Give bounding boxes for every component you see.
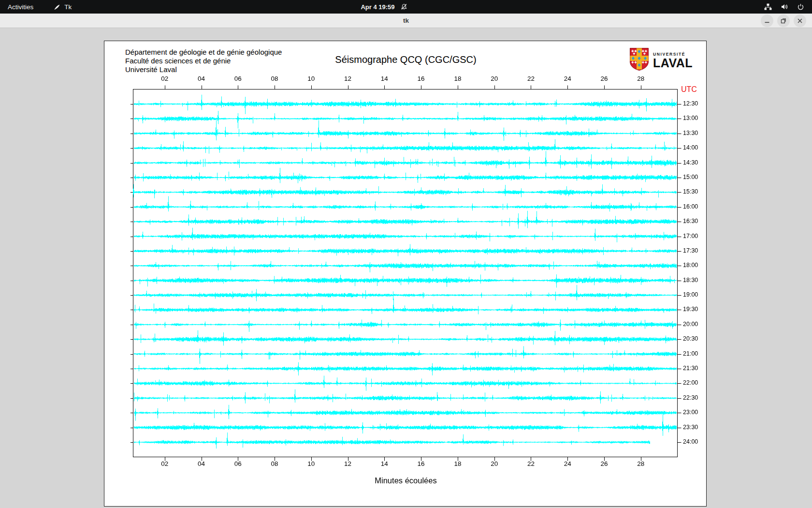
system-status-area[interactable] bbox=[764, 0, 812, 14]
x-tick-label-top: 04 bbox=[194, 75, 209, 82]
utc-time-label: 20:00 bbox=[683, 321, 698, 328]
seismograph-plot: UTC Minutes écoulées 0202040406060808101… bbox=[104, 41, 707, 507]
utc-time-label: 15:30 bbox=[683, 188, 698, 195]
x-tick-label-top: 18 bbox=[450, 75, 465, 82]
maximize-button[interactable] bbox=[777, 15, 790, 27]
utc-time-label: 20:30 bbox=[683, 335, 698, 342]
x-tick-label-bottom: 14 bbox=[377, 460, 392, 467]
top-bar-left: Activities Tk bbox=[0, 0, 75, 14]
window-title-bar[interactable]: tk bbox=[0, 14, 812, 28]
utc-time-label: 24:00 bbox=[683, 438, 698, 445]
utc-time-label: 19:00 bbox=[683, 291, 698, 298]
clock-button[interactable]: Apr 4 19:59 bbox=[361, 0, 407, 14]
x-tick-label-top: 22 bbox=[523, 75, 538, 82]
x-tick-label-top: 20 bbox=[487, 75, 502, 82]
utc-time-label: 21:30 bbox=[683, 365, 698, 372]
utc-time-label: 22:30 bbox=[683, 394, 698, 401]
x-tick-label-top: 16 bbox=[414, 75, 428, 82]
x-tick-label-top: 26 bbox=[597, 75, 611, 82]
x-tick-label-top: 10 bbox=[304, 75, 319, 82]
x-tick-label-bottom: 08 bbox=[267, 460, 282, 467]
utc-time-label: 23:30 bbox=[683, 424, 698, 431]
close-button[interactable] bbox=[794, 15, 806, 27]
utc-time-label: 16:30 bbox=[683, 218, 698, 224]
x-tick-label-top: 24 bbox=[560, 75, 575, 82]
x-tick-label-top: 08 bbox=[267, 75, 282, 82]
x-tick-label-bottom: 04 bbox=[194, 460, 209, 467]
utc-time-label: 16:00 bbox=[683, 203, 698, 210]
x-tick-label-top: 12 bbox=[341, 75, 355, 82]
x-tick-label-top: 28 bbox=[634, 75, 648, 82]
app-indicator-tk[interactable]: Tk bbox=[50, 0, 75, 14]
seismograph-canvas-area: Département de géologie et de génie géol… bbox=[104, 41, 707, 507]
utc-time-label: 15:00 bbox=[683, 174, 698, 180]
tk-window-content: Département de géologie et de génie géol… bbox=[0, 29, 812, 508]
x-tick-label-bottom: 10 bbox=[304, 460, 319, 467]
minimize-button[interactable] bbox=[761, 15, 773, 27]
x-tick-label-bottom: 26 bbox=[597, 460, 611, 467]
utc-time-label: 14:30 bbox=[683, 159, 698, 166]
x-tick-label-bottom: 12 bbox=[341, 460, 355, 467]
x-tick-label-bottom: 24 bbox=[560, 460, 575, 467]
x-tick-label-bottom: 20 bbox=[487, 460, 502, 467]
activities-label: Activities bbox=[8, 3, 33, 11]
power-icon bbox=[797, 3, 804, 11]
utc-axis-label: UTC bbox=[681, 85, 697, 94]
utc-time-label: 13:00 bbox=[683, 115, 698, 121]
notifications-disabled-icon bbox=[401, 3, 408, 11]
wired-network-icon bbox=[764, 3, 772, 11]
x-tick-label-bottom: 02 bbox=[158, 460, 172, 467]
utc-time-label: 14:00 bbox=[683, 144, 698, 151]
x-axis-title: Minutes écoulées bbox=[104, 476, 707, 485]
x-tick-label-bottom: 16 bbox=[414, 460, 428, 467]
x-tick-label-top: 06 bbox=[231, 75, 245, 82]
x-tick-label-bottom: 18 bbox=[450, 460, 465, 467]
x-tick-label-bottom: 06 bbox=[231, 460, 245, 467]
x-tick-label-top: 14 bbox=[377, 75, 392, 82]
window-title: tk bbox=[0, 14, 812, 28]
utc-time-label: 23:00 bbox=[683, 409, 698, 416]
utc-time-label: 22:00 bbox=[683, 379, 698, 386]
volume-icon bbox=[781, 3, 788, 11]
utc-time-label: 18:00 bbox=[683, 262, 698, 269]
app-indicator-label: Tk bbox=[64, 3, 72, 11]
utc-time-label: 12:30 bbox=[683, 100, 698, 107]
utc-time-label: 21:00 bbox=[683, 350, 698, 357]
clock-text: Apr 4 19:59 bbox=[361, 3, 394, 11]
utc-time-label: 19:30 bbox=[683, 306, 698, 313]
utc-time-label: 17:30 bbox=[683, 247, 698, 254]
window-controls bbox=[761, 15, 806, 27]
tk-feather-icon bbox=[54, 3, 60, 10]
top-bar: Activities Tk Apr 4 19:59 bbox=[0, 0, 812, 14]
utc-time-label: 13:30 bbox=[683, 130, 698, 136]
x-tick-label-bottom: 28 bbox=[634, 460, 648, 467]
activities-button[interactable]: Activities bbox=[0, 0, 41, 14]
seismograph-traces-canvas bbox=[104, 41, 707, 507]
utc-time-label: 18:30 bbox=[683, 277, 698, 284]
x-tick-label-bottom: 22 bbox=[523, 460, 538, 467]
x-tick-label-top: 02 bbox=[158, 75, 172, 82]
utc-time-label: 17:00 bbox=[683, 233, 698, 239]
